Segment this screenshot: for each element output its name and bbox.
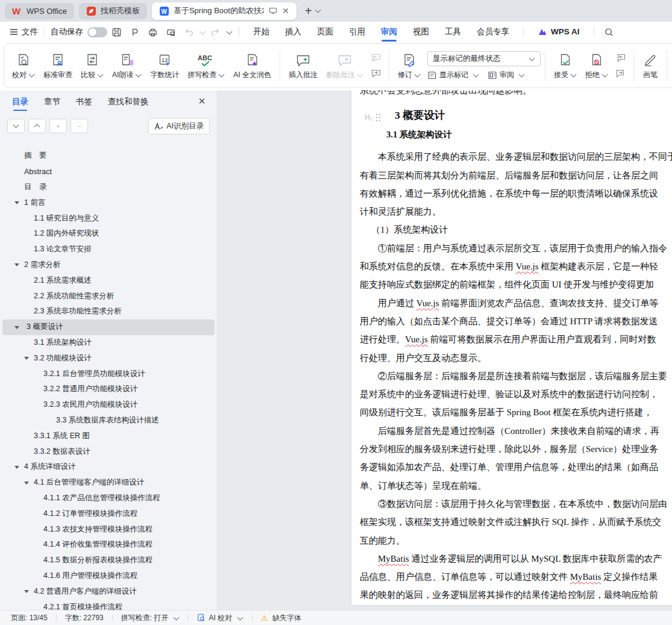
ai-read-aloud-button[interactable]: AI朗读 [108,50,146,82]
toc-item[interactable]: 2 需求分析 [0,257,217,273]
menu-item-视图[interactable]: 视图 [405,22,437,42]
next-change-button[interactable] [614,68,628,80]
close-tab-icon[interactable]: ✕ [282,6,289,16]
track-changes-button[interactable]: 修订 [394,50,425,82]
print-preview-icon[interactable] [163,25,178,39]
save-icon[interactable] [108,25,124,39]
toc-item[interactable]: 摘 要 [0,148,217,164]
toc-item[interactable]: 3.2.3 农民用户功能模块设计 [0,397,217,413]
menu-item-审阅[interactable]: 审阅 [373,22,405,42]
collapse-all-button[interactable] [28,119,46,133]
toc-item[interactable]: 4 系统详细设计 [0,459,217,475]
toc-item[interactable]: 1.3 论文章节安排 [0,242,217,257]
menu-item-wps-ai[interactable]: WPS AI [530,22,588,42]
toc-item[interactable]: 4.1.4 评价收集管理模块操作流程 [0,537,217,553]
spell-check-button[interactable]: ABC 拼写检查 [183,50,229,82]
tab-wps-office[interactable]: W WPS Office [5,3,74,19]
standard-review-button[interactable]: 标准审查 [39,50,77,82]
menu-item-工具[interactable]: 工具 [437,22,469,42]
toc-collapse-arrow-icon[interactable] [14,201,19,204]
toc-item[interactable]: 3.1 系统架构设计 [0,335,217,351]
sidebar-tab-书签[interactable]: 书签 [76,90,92,113]
toc-item[interactable]: 3 概要设计 [2,319,215,335]
show-markup-button[interactable]: 显示标记 [427,70,479,80]
proofread-button[interactable]: 校对 [8,50,39,82]
toc-collapse-arrow-icon[interactable] [14,466,19,469]
expand-all-button[interactable] [7,119,25,133]
toc-item[interactable]: 4.1.5 数据分析报表模块操作流程 [0,553,217,568]
word-count-indicator[interactable]: 字数: 22793 [65,613,104,623]
sidebar-tab-章节[interactable]: 章节 [44,90,60,113]
toc-item[interactable]: 1.2 国内外研究现状 [0,226,217,242]
ai-polish-button[interactable]: AI 全文润色 [229,50,275,82]
main-menu-button[interactable]: 文件 [10,27,38,37]
menu-item-引用[interactable]: 引用 [341,22,373,42]
print-icon[interactable] [145,25,160,39]
toc-item[interactable]: 3.3 系统数据库表结构设计描述 [0,413,217,429]
menu-item-插入[interactable]: 插入 [277,22,309,42]
zoom-out-outline-button[interactable]: − [71,119,88,133]
spell-check-status[interactable]: 拼写检查: 打开 [121,613,180,623]
previous-change-button[interactable] [614,52,628,64]
redo-chevron-icon[interactable] [227,28,233,34]
toc-item[interactable]: 3.2.2 普通用户功能模块设计 [0,382,217,397]
toc-collapse-arrow-icon[interactable] [24,590,29,593]
insert-comment-button[interactable]: 插入批注 [284,50,322,82]
toc-item[interactable]: 2.1 系统需求概述 [0,272,217,288]
delete-comment-button[interactable]: 删除批注 [322,50,368,82]
sidebar-close-icon[interactable]: ✕ [196,96,207,107]
sidebar-tab-目录[interactable]: 目录 [12,90,28,113]
tab-docer-templates[interactable]: 找稻壳模板 [79,3,147,19]
document-page[interactable]: 系统不会受到恶意外部攻击出现问题影响。3 概要设计H₁3.1 系统架构设计本系统… [351,90,672,605]
new-tab-button[interactable]: + [305,5,312,17]
toc-item[interactable]: 3.2 功能模块设计 [0,350,217,366]
redo-icon[interactable] [207,25,223,39]
toc-item[interactable]: 目 录 [0,180,217,195]
tab-list-chevron-icon[interactable] [315,7,321,13]
ai-proofread-status[interactable]: AI 校对 [197,613,243,623]
accept-change-button[interactable]: 接受 [550,50,581,82]
compare-button[interactable]: 比较 [77,50,108,82]
tab-document-active[interactable]: W 基于Spring Boot的助农扶农 ✕ [152,2,297,20]
toc-collapse-arrow-icon[interactable] [24,357,29,360]
toc-collapse-arrow-icon[interactable] [14,263,19,266]
toc-collapse-arrow-icon[interactable] [14,326,19,329]
toc-item[interactable]: 3.3.2 数据表设计 [0,444,217,459]
toc-item[interactable]: 4.1.1 农产品信息管理模块操作流程 [0,491,217,506]
undo-chevron-icon[interactable] [200,28,206,34]
toc-item[interactable]: 1.1 研究目的与意义 [0,210,217,226]
undo-icon[interactable] [181,25,196,39]
zoom-in-outline-button[interactable]: + [49,119,67,133]
toc-item[interactable]: 4.1.2 订单管理模块操作流程 [0,506,217,521]
toc-item[interactable]: 1 前言 [0,195,217,210]
next-comment-button[interactable] [369,68,383,80]
autosave-toggle[interactable] [87,27,107,37]
toc-item[interactable]: 3.2.1 后台管理员功能模块设计 [0,366,217,382]
enter-launcher-icon[interactable] [269,7,277,14]
export-pdf-icon[interactable] [127,25,142,39]
search-icon[interactable] [601,25,617,39]
page-indicator[interactable]: 页面: 13/45 [11,613,48,623]
toc-item[interactable]: 4.1.6 用户管理模块操作流程 [0,568,217,584]
toc-collapse-arrow-icon[interactable] [24,482,29,485]
toc-item[interactable]: 2.2 系统功能性需求分析 [0,288,217,304]
heading-drag-handle[interactable]: H₁ [365,110,381,125]
review-pane-button[interactable]: 审阅 [488,70,525,80]
reject-change-button[interactable]: 拒绝 [581,50,612,82]
ink-pen-button[interactable]: 画笔 [638,50,662,82]
markup-state-select[interactable]: 显示标记的最终状态 [427,51,541,66]
toc-item[interactable]: 4.2.1 首页模块操作流程 [0,599,217,610]
word-count-button[interactable]: 12 字数统计 [146,50,183,82]
toc-item[interactable]: 4.2 普通用户客户端的详细设计 [0,583,217,599]
toc-item[interactable]: 4.1.3 农技支持管理模块操作流程 [0,521,217,537]
menu-item-页面[interactable]: 页面 [309,22,341,42]
toc-item[interactable]: 4.1 后台管理端客户端的详细设计 [0,475,217,491]
menu-item-会员专享[interactable]: 会员专享 [469,22,517,42]
menu-item-开始[interactable]: 开始 [245,22,277,42]
toc-item[interactable]: Abstract [0,164,217,180]
missing-font-warning[interactable]: ⚠ 缺失字体 [261,613,301,623]
previous-comment-button[interactable] [369,52,383,64]
ai-recognize-toc-button[interactable]: AI识别目录 [148,118,210,134]
toc-item[interactable]: 2.3 系统非功能性需求分析 [0,304,217,319]
sidebar-tab-查找和替换[interactable]: 查找和替换 [108,90,149,113]
